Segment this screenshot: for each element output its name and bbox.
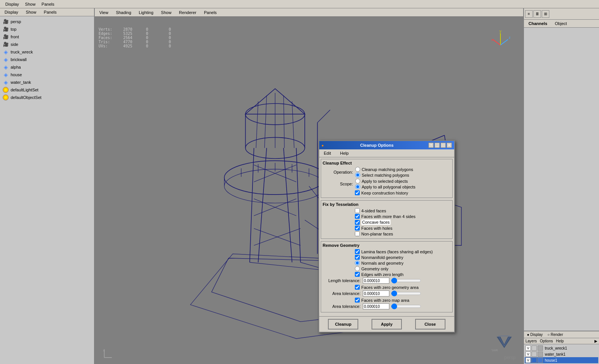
zero-length-row: Edges with zero length bbox=[355, 272, 451, 277]
menu-show[interactable]: Show bbox=[22, 1, 39, 7]
layers-menu-help[interactable]: Help bbox=[556, 339, 564, 343]
vp-menu-panels[interactable]: Panels bbox=[201, 9, 220, 16]
lamina-label: Lamina faces (faces sharing all edges) bbox=[361, 249, 433, 254]
more-than-four-checkbox[interactable] bbox=[355, 214, 360, 219]
more-than-four-row: Faces with more than 4 sides bbox=[355, 214, 451, 219]
vp-menu-renderer[interactable]: Renderer bbox=[176, 9, 199, 16]
dialog-maximize-btn[interactable]: □ bbox=[441, 143, 446, 148]
outliner-item-top[interactable]: 🎥top bbox=[2, 25, 93, 33]
dialog-menu-edit[interactable]: Edit bbox=[321, 150, 334, 156]
lp-menu-display[interactable]: Display bbox=[2, 9, 21, 15]
scope-all-radio[interactable] bbox=[355, 184, 360, 189]
render-radio[interactable]: ○ Render bbox=[546, 332, 565, 337]
outliner-item-side[interactable]: 🎥side bbox=[2, 41, 93, 48]
remove-geometry-title: Remove Geometry bbox=[323, 243, 451, 248]
main-layout: Display Show Panels 🎥persp🎥top🎥front🎥sid… bbox=[0, 8, 599, 364]
tab-channels[interactable]: Channels bbox=[525, 20, 550, 27]
right-toolbar-btn1[interactable]: ≡ bbox=[525, 10, 533, 18]
dialog-btn-unknown[interactable]: ? bbox=[428, 143, 434, 148]
display-radio[interactable]: ● Display bbox=[525, 332, 544, 337]
lp-menu-panels[interactable]: Panels bbox=[41, 9, 60, 15]
area-tolerance1-slider[interactable] bbox=[391, 291, 421, 296]
svg-text:z: z bbox=[509, 36, 511, 39]
outliner-item-defaultObjectSet[interactable]: defaultObjectSet bbox=[2, 94, 93, 101]
area-tolerance1-input[interactable] bbox=[363, 290, 389, 297]
scope-selected-radio[interactable] bbox=[355, 179, 360, 184]
operation-cleanup-radio[interactable] bbox=[355, 167, 360, 172]
layer-v-btn[interactable]: V bbox=[525, 358, 531, 363]
menu-panels[interactable]: Panels bbox=[39, 1, 58, 7]
layer-box[interactable] bbox=[532, 345, 537, 351]
area-tolerance2-input[interactable] bbox=[363, 303, 389, 309]
outliner-item-brickwall[interactable]: ◈brickwall bbox=[2, 56, 93, 63]
outliner-label: persp bbox=[11, 19, 21, 24]
normals-radio[interactable] bbox=[355, 260, 360, 265]
area-tolerance2-slider[interactable] bbox=[391, 304, 421, 309]
layers-menu-options[interactable]: Options bbox=[540, 339, 553, 343]
outliner-item-front[interactable]: 🎥front bbox=[2, 33, 93, 41]
faces-holes-checkbox[interactable] bbox=[355, 226, 360, 231]
layer-v-btn[interactable]: V bbox=[525, 351, 531, 357]
zero-map-checkbox[interactable] bbox=[355, 298, 360, 303]
layer-box[interactable] bbox=[532, 351, 537, 357]
non-planar-checkbox[interactable] bbox=[355, 231, 360, 236]
length-tolerance-input[interactable] bbox=[363, 278, 389, 284]
outliner-item-water_tank[interactable]: ◈water_tank bbox=[2, 78, 93, 86]
layers-menu-layers[interactable]: Layers bbox=[525, 339, 537, 343]
dialog-close-btn[interactable]: ✕ bbox=[447, 143, 452, 148]
layer-v-btn[interactable]: V bbox=[525, 345, 531, 351]
outliner-icon-mesh: ◈ bbox=[2, 71, 9, 78]
more-than-four-label: Faces with more than 4 sides bbox=[361, 214, 416, 219]
svg-line-62 bbox=[500, 39, 508, 45]
zero-area-checkbox[interactable] bbox=[355, 285, 360, 290]
concave-checkbox[interactable] bbox=[355, 220, 360, 225]
outliner-item-defaultLightSet[interactable]: defaultLightSet bbox=[2, 86, 93, 94]
geometry-only-radio[interactable] bbox=[355, 266, 360, 271]
right-content bbox=[524, 28, 599, 331]
layer-row-water_tank1[interactable]: V water_tank1 bbox=[525, 351, 598, 357]
close-button[interactable]: Close bbox=[415, 319, 445, 329]
scope-radio-group: Apply to selected objects Apply to all p… bbox=[355, 179, 416, 189]
non-planar-label: Non-planar faces bbox=[361, 232, 393, 236]
right-toolbar-btn3[interactable]: ⊞ bbox=[542, 10, 549, 18]
nonmanifold-checkbox[interactable] bbox=[355, 255, 360, 260]
layers-scroll-btn[interactable]: ▶ bbox=[594, 339, 597, 343]
outliner-item-persp[interactable]: 🎥persp bbox=[2, 18, 93, 25]
remove-geo-checks: Lamina faces (faces sharing all edges) N… bbox=[355, 249, 451, 277]
keep-history-checkbox[interactable] bbox=[355, 190, 360, 195]
concave-label: Concave faces bbox=[361, 220, 390, 225]
menu-display[interactable]: Display bbox=[2, 1, 22, 7]
outliner-item-alpha[interactable]: ◈alpha bbox=[2, 63, 93, 71]
tab-object[interactable]: Object bbox=[552, 20, 570, 27]
outliner-item-house[interactable]: ◈house bbox=[2, 71, 93, 78]
four-sided-checkbox[interactable] bbox=[355, 208, 360, 213]
apply-button[interactable]: Apply bbox=[372, 319, 402, 329]
vp-menu-lighting[interactable]: Lighting bbox=[136, 9, 157, 16]
layer-row-truck_wreck1[interactable]: V truck_wreck1 bbox=[525, 345, 598, 351]
outliner-item-truck_wreck[interactable]: ◈truck_wreck bbox=[2, 48, 93, 56]
tesselation-section: Fix by Tesselation 4-sided faces Faces w… bbox=[321, 200, 453, 239]
vp-menu-view[interactable]: View bbox=[96, 9, 111, 16]
cleanup-button[interactable]: Cleanup bbox=[328, 319, 358, 329]
operation-select-radio[interactable] bbox=[355, 173, 360, 177]
layer-color bbox=[538, 358, 543, 363]
four-sided-row: 4-sided faces bbox=[355, 208, 451, 213]
vp-menu-show[interactable]: Show bbox=[158, 9, 175, 16]
zero-length-checkbox[interactable] bbox=[355, 272, 360, 277]
right-toolbar-btn2[interactable]: ≣ bbox=[533, 10, 541, 18]
layer-row-house1[interactable]: V house1 bbox=[525, 357, 598, 363]
length-tolerance-slider[interactable] bbox=[391, 278, 421, 283]
operation-row: Operation: Cleanup matching polygons Sel… bbox=[323, 167, 451, 177]
layer-box[interactable] bbox=[532, 358, 537, 363]
dialog-minimize-btn[interactable]: _ bbox=[434, 143, 440, 148]
vp-menu-shading[interactable]: Shading bbox=[113, 9, 134, 16]
operation-cleanup-row: Cleanup matching polygons bbox=[355, 167, 413, 172]
outliner-icon-mesh: ◈ bbox=[2, 56, 9, 63]
dialog-menu-help[interactable]: Help bbox=[337, 150, 352, 156]
lp-menu-show[interactable]: Show bbox=[23, 9, 39, 15]
cleanup-effect-title: Cleanup Effect bbox=[323, 161, 451, 165]
viewport-canvas[interactable]: Verts: 2870 0 0 Edges: 5325 0 0 Faces: 2… bbox=[95, 17, 523, 364]
outliner-icon-camera: 🎥 bbox=[2, 26, 9, 33]
lamina-checkbox[interactable] bbox=[355, 249, 360, 254]
keep-history-label: Keep construction history bbox=[361, 191, 408, 195]
